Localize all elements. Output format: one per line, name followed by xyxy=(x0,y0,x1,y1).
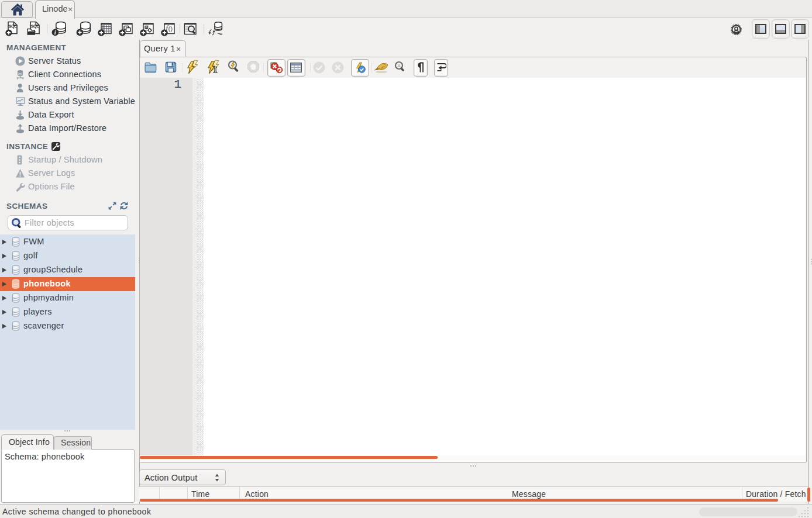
svg-text:i: i xyxy=(54,29,56,36)
svg-text:(): () xyxy=(168,25,173,32)
svg-text:SQL: SQL xyxy=(30,23,39,29)
svg-text:A: A xyxy=(397,63,401,68)
svg-text:SQL: SQL xyxy=(8,23,17,29)
